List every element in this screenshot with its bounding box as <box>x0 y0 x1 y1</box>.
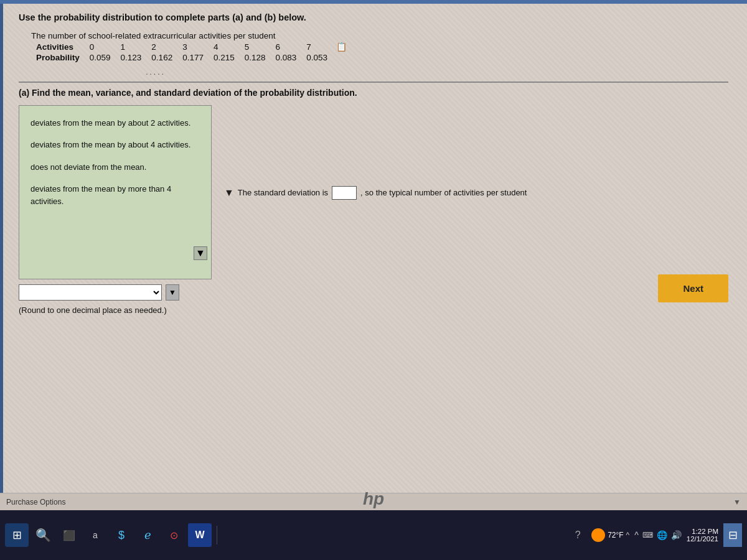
dollar-icon: $ <box>118 529 125 542</box>
content-area: Use the probability distribution to comp… <box>0 0 747 315</box>
weather-arrow: ^ <box>626 531 630 539</box>
word-icon: W <box>195 530 204 541</box>
prob-0: 0.059 <box>85 52 116 63</box>
clock-date: 12/1/2021 <box>687 535 718 543</box>
option-1[interactable]: deviates from the mean by about 2 activi… <box>28 112 202 134</box>
next-button[interactable]: Next <box>658 274 728 302</box>
std-dev-text-after: , so the typical number of activities pe… <box>360 188 527 197</box>
copy-icon[interactable]: 📋 <box>332 41 352 52</box>
activities-7: 7 <box>301 41 332 52</box>
divider <box>19 82 728 83</box>
windows-icon: ⊞ <box>12 528 22 542</box>
dollar-button[interactable]: $ <box>110 523 133 547</box>
prob-6: 0.083 <box>271 52 302 63</box>
language-icon[interactable]: ⌨ <box>642 531 653 539</box>
taskbar-right: ? 72°F ^ ^ ⌨ 🌐 🔊 1:22 PM 12/1/2021 ⊟ <box>569 523 742 547</box>
std-dev-arrow: ▼ <box>224 187 234 198</box>
search-taskbar-icon: 🔍 <box>35 528 51 543</box>
part-a-label: (a) Find the mean, variance, and standar… <box>19 88 728 98</box>
table-description: The number of school-related extracurric… <box>31 31 275 40</box>
activities-6: 6 <box>271 41 302 52</box>
std-dev-section: ▼ The standard deviation is , so the typ… <box>224 105 728 200</box>
a-button[interactable]: a <box>83 523 107 547</box>
taskbar: ⊞ 🔍 ⬛ a $ ℯ ⊙ W ? 72°F ^ <box>0 510 747 560</box>
start-button[interactable]: ⊞ <box>5 523 29 547</box>
main-question: Use the probability distribution to comp… <box>19 11 728 24</box>
activities-4: 4 <box>209 41 240 52</box>
edge-icon: ℯ <box>144 528 151 542</box>
activities-5: 5 <box>240 41 271 52</box>
edge-button[interactable]: ℯ <box>136 523 159 547</box>
help-button[interactable]: ? <box>569 526 586 544</box>
a-icon: a <box>93 530 98 540</box>
taskbar-separator <box>217 526 217 544</box>
prob-7: 0.053 <box>301 52 332 63</box>
network-icon[interactable]: 🌐 <box>657 530 667 540</box>
std-dev-line: ▼ The standard deviation is , so the typ… <box>224 186 728 200</box>
answer-section: deviates from the mean by about 2 activi… <box>19 105 728 279</box>
weather-widget[interactable]: 72°F ^ <box>591 528 629 542</box>
round-note: (Round to one decimal place as needed.) <box>19 306 728 315</box>
option-4[interactable]: deviates from the mean by more than 4 ac… <box>28 178 202 212</box>
clock-time: 1:22 PM <box>692 528 718 535</box>
search-button[interactable]: 🔍 <box>31 523 55 547</box>
activities-1: 1 <box>116 41 147 52</box>
notification-button[interactable]: ⊟ <box>723 523 742 547</box>
weather-icon <box>591 528 605 542</box>
std-dev-text-before: The standard deviation is <box>238 188 328 197</box>
task-view-icon: ⬛ <box>63 530 75 541</box>
std-dev-input[interactable] <box>332 186 357 200</box>
option-2[interactable]: deviates from the mean by about 4 activi… <box>28 134 202 156</box>
tray-expand-icon[interactable]: ^ <box>634 530 639 540</box>
help-icon: ? <box>575 530 581 541</box>
task-view-button[interactable]: ⬛ <box>57 523 81 547</box>
weather-temp: 72°F <box>608 531 623 539</box>
dots-separator: ..... <box>31 68 280 77</box>
select-dropdown-arrow[interactable]: ▼ <box>166 284 179 301</box>
word-button[interactable]: W <box>188 523 212 547</box>
dropdown-arrow-button[interactable]: ▼ <box>194 246 207 260</box>
prob-2: 0.162 <box>146 52 177 63</box>
notification-icon: ⊟ <box>728 528 738 542</box>
dots: ..... <box>146 68 166 77</box>
cortana-icon: ⊙ <box>170 530 178 541</box>
clock[interactable]: 1:22 PM 12/1/2021 <box>687 528 718 543</box>
probability-label: Probability <box>31 52 85 63</box>
purchase-options-label: Purchase Options <box>6 498 65 506</box>
select-row: deviates from the mean by about 2 activi… <box>19 284 728 301</box>
prob-3: 0.177 <box>177 52 209 63</box>
volume-icon[interactable]: 🔊 <box>671 530 682 540</box>
activities-2: 2 <box>146 41 177 52</box>
hp-logo: hp <box>363 489 384 509</box>
prob-4: 0.215 <box>209 52 240 63</box>
probability-table: The number of school-related extracurric… <box>31 30 728 63</box>
activities-3: 3 <box>177 41 209 52</box>
prob-1: 0.123 <box>116 52 147 63</box>
answer-select[interactable]: deviates from the mean by about 2 activi… <box>19 284 162 301</box>
main-screen: Use the probability distribution to comp… <box>0 0 747 510</box>
option-3[interactable]: does not deviate from the mean. <box>28 156 202 179</box>
cortana-button[interactable]: ⊙ <box>162 523 186 547</box>
activities-label: Activities <box>31 41 85 52</box>
system-tray: ^ ⌨ 🌐 🔊 <box>634 530 682 540</box>
options-dropdown-box: deviates from the mean by about 2 activi… <box>19 105 212 279</box>
prob-5: 0.128 <box>240 52 271 63</box>
activities-0: 0 <box>85 41 116 52</box>
purchase-options-arrow: ▼ <box>733 498 741 506</box>
